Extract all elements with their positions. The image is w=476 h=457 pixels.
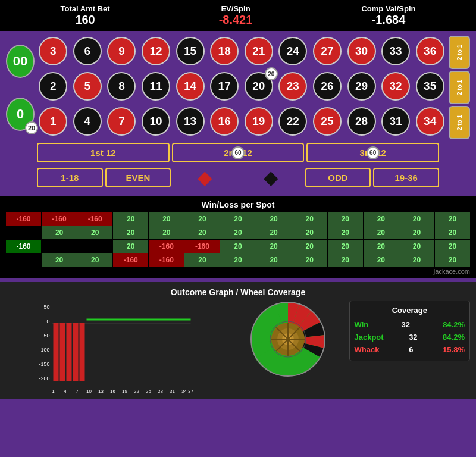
zero-00[interactable]: 00 bbox=[6, 45, 35, 78]
coverage-whack-pct: 15.8% bbox=[443, 345, 465, 354]
svg-text:0: 0 bbox=[46, 318, 49, 324]
coverage-win-label: Win bbox=[355, 320, 369, 329]
num-cell-32[interactable]: 32 bbox=[381, 72, 410, 101]
num-cell-31[interactable]: 31 bbox=[381, 107, 410, 136]
col-bet-1[interactable]: 2 to 1 bbox=[449, 36, 470, 69]
num-cell-13[interactable]: 13 bbox=[176, 107, 205, 136]
col-bet-2[interactable]: 2 to 1 bbox=[449, 71, 470, 104]
roulette-section: 00 0 20 36912151821242730333625811141720… bbox=[0, 31, 476, 192]
num-cell-33[interactable]: 33 bbox=[381, 37, 410, 65]
chip-2nd12: 60 bbox=[231, 146, 245, 159]
num-cell-10[interactable]: 10 bbox=[142, 107, 170, 136]
svg-text:19: 19 bbox=[122, 389, 127, 394]
svg-rect-9 bbox=[67, 323, 72, 381]
wl-cell-r2-c2 bbox=[77, 240, 112, 253]
comp-val-col: Comp Val/Spin -1.684 bbox=[361, 4, 415, 27]
num-cell-9[interactable]: 9 bbox=[107, 37, 136, 65]
num-cell-21[interactable]: 21 bbox=[245, 37, 273, 65]
zero-0[interactable]: 0 20 bbox=[6, 98, 35, 131]
wl-cell-r3-c7: 20 bbox=[256, 253, 292, 267]
svg-text:22: 22 bbox=[134, 389, 139, 394]
num-cell-6[interactable]: 6 bbox=[73, 37, 102, 65]
wl-cell-r2-c10: 20 bbox=[364, 240, 399, 253]
chip-20: 20 bbox=[265, 67, 278, 80]
svg-text:1: 1 bbox=[52, 389, 55, 394]
num-cell-34[interactable]: 34 bbox=[416, 107, 444, 136]
svg-text:37: 37 bbox=[188, 389, 193, 394]
wl-cell-r1-c10: 20 bbox=[364, 226, 399, 239]
wl-cell-r0-c10: 20 bbox=[364, 212, 399, 226]
total-bet-label: Total Amt Bet bbox=[61, 4, 110, 13]
dozen-1st[interactable]: 1st 12 bbox=[37, 143, 170, 162]
num-cell-14[interactable]: 14 bbox=[176, 72, 205, 101]
bet-1-18[interactable]: 1-18 bbox=[37, 168, 103, 187]
num-cell-22[interactable]: 22 bbox=[278, 107, 307, 136]
even-bets: 1-18 EVEN ODD 19-36 bbox=[6, 166, 470, 189]
svg-text:10: 10 bbox=[86, 389, 92, 394]
coverage-win-row: Win 32 84.2% bbox=[355, 318, 465, 331]
coverage-win-pct: 84.2% bbox=[443, 320, 465, 329]
wl-cell-r1-c12: 20 bbox=[435, 226, 470, 239]
num-cell-5[interactable]: 5 bbox=[73, 72, 102, 101]
num-cell-18[interactable]: 18 bbox=[210, 37, 239, 65]
wl-cell-r3-c2: 20 bbox=[77, 253, 112, 267]
wl-cell-r3-c4: -160 bbox=[149, 253, 184, 267]
num-cell-24[interactable]: 24 bbox=[278, 37, 307, 65]
num-cell-35[interactable]: 35 bbox=[416, 72, 444, 101]
svg-text:7: 7 bbox=[76, 389, 79, 394]
wl-cell-r1-c2: 20 bbox=[77, 226, 112, 239]
bet-black[interactable] bbox=[239, 166, 303, 189]
svg-text:4: 4 bbox=[64, 389, 67, 394]
num-cell-25[interactable]: 25 bbox=[313, 107, 342, 136]
num-cell-29[interactable]: 29 bbox=[347, 72, 376, 101]
chart-svg: 50 0 -50 -100 -150 -200 1 4 7 bbox=[6, 301, 227, 396]
wl-cell-r0-c8: 20 bbox=[292, 212, 327, 226]
zeros-col: 00 0 20 bbox=[6, 36, 35, 139]
wl-cell-r0-c12: 20 bbox=[435, 212, 470, 226]
dozen-3rd[interactable]: 3rd 12 60 bbox=[306, 143, 439, 162]
num-cell-7[interactable]: 7 bbox=[107, 107, 136, 136]
coverage-whack-label: Whack bbox=[355, 345, 380, 354]
num-cell-27[interactable]: 27 bbox=[313, 37, 342, 65]
num-cell-12[interactable]: 12 bbox=[142, 37, 170, 65]
svg-text:50: 50 bbox=[43, 304, 49, 310]
wl-cell-r3-c10: 20 bbox=[364, 253, 399, 267]
num-cell-26[interactable]: 26 bbox=[313, 72, 342, 101]
num-cell-3[interactable]: 3 bbox=[39, 37, 67, 65]
coverage-whack-count: 6 bbox=[409, 345, 413, 354]
comp-val-value: -1.684 bbox=[361, 13, 415, 27]
wl-cell-r1-c3: 20 bbox=[113, 226, 148, 239]
bet-even[interactable]: EVEN bbox=[105, 168, 171, 187]
wl-cell-r2-c8: 20 bbox=[292, 240, 327, 253]
winloss-section: Win/Loss per Spot -160-160-1602020202020… bbox=[0, 196, 476, 278]
svg-text:34: 34 bbox=[181, 389, 187, 394]
num-cell-28[interactable]: 28 bbox=[347, 107, 376, 136]
col-bet-3[interactable]: 2 to 1 bbox=[449, 106, 470, 139]
num-cell-17[interactable]: 17 bbox=[210, 72, 239, 101]
wl-cell-r1-c7: 20 bbox=[256, 226, 292, 239]
bet-odd[interactable]: ODD bbox=[305, 168, 371, 187]
coverage-title: Coverage bbox=[355, 306, 465, 315]
coverage-jackpot-label: Jackpot bbox=[355, 333, 384, 342]
num-cell-15[interactable]: 15 bbox=[176, 37, 205, 65]
num-cell-8[interactable]: 8 bbox=[107, 72, 136, 101]
numbers-grid: 3691215182124273033362581114172020232629… bbox=[37, 36, 446, 139]
num-cell-1[interactable]: 1 bbox=[39, 107, 67, 136]
num-cell-20[interactable]: 2020 bbox=[245, 72, 273, 101]
num-cell-19[interactable]: 19 bbox=[245, 107, 273, 136]
wheel-area bbox=[233, 301, 343, 378]
num-cell-30[interactable]: 30 bbox=[347, 37, 376, 65]
num-cell-23[interactable]: 23 bbox=[278, 72, 307, 101]
bet-red[interactable] bbox=[173, 166, 237, 189]
num-cell-36[interactable]: 36 bbox=[416, 37, 444, 65]
num-cell-2[interactable]: 2 bbox=[39, 72, 67, 101]
num-cell-4[interactable]: 4 bbox=[73, 107, 102, 136]
jackace-credit: jackace.com bbox=[6, 267, 470, 276]
num-cell-16[interactable]: 16 bbox=[210, 107, 239, 136]
bet-19-36[interactable]: 19-36 bbox=[373, 168, 439, 187]
wl-cell-r1-c8: 20 bbox=[292, 226, 327, 239]
dozen-2nd[interactable]: 2nd 12 60 bbox=[172, 143, 305, 162]
chip-zero: 20 bbox=[25, 121, 38, 134]
num-cell-11[interactable]: 11 bbox=[142, 72, 170, 101]
winloss-title: Win/Loss per Spot bbox=[6, 198, 470, 211]
